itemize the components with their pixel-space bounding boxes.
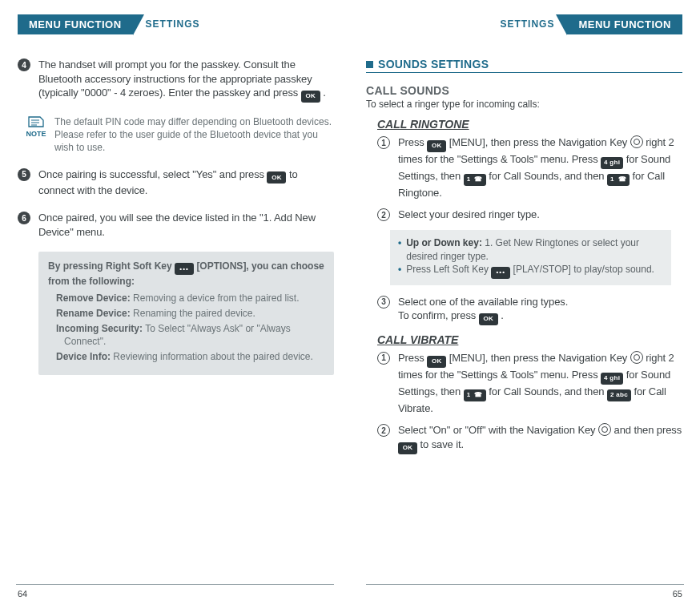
open-number-1: 1 [377,352,390,365]
tab-settings: SETTINGS [138,14,208,34]
note-text: The default PIN code may differ dependin… [54,115,334,155]
left-footer: 64 [0,589,350,599]
option-desc: Reviewing information about the paired d… [111,351,313,362]
text: To confirm, press [398,309,479,321]
dots-key-icon [175,263,194,275]
step-6: 6 Once paired, you will see the device l… [18,211,334,239]
call-sounds-caption: To select a ringer type for incoming cal… [366,99,682,110]
key-help-box: • Up or Down key: 1. Get New Ringtones o… [390,230,671,285]
page-number-right: 65 [673,589,682,599]
step-4-text: The handset will prompt you for the pass… [38,58,312,99]
step-5-text-a: Once pairing is successful, select "Yes"… [38,168,267,180]
step-number-5: 5 [18,168,30,181]
ok-key-icon [398,442,417,454]
open-number-2: 2 [377,424,390,437]
step-5: 5 Once pairing is successful, select "Ye… [18,167,334,198]
text: and then press [614,424,682,436]
open-number-2: 2 [377,208,390,221]
option-term: Remove Device: [56,292,131,304]
step-6-text: Once paired, you will see the device lis… [38,211,334,239]
heading-call-vibrate: CALL VIBRATE [377,333,682,346]
key-text: [PLAY/STOP] to play/stop sound. [513,264,654,275]
vibrate-step-2: 2 Select "On" or "Off" with the Navigati… [377,423,682,454]
option-rename: Rename Device: Renaming the paired devic… [56,307,324,321]
text: for Call Sounds, and then [489,385,607,397]
option-security: Incoming Security: To Select "Always Ask… [56,322,324,349]
heading-call-ringtone: CALL RINGTONE [377,118,682,131]
step-number-6: 6 [18,212,30,224]
ok-key-icon [427,356,446,368]
two-key-icon [607,389,631,401]
right-header: SETTINGS MENU FUNCTION [366,14,682,35]
option-term: Device Info: [56,351,111,362]
text: [MENU], then press the Navigation Key [449,136,630,148]
four-key-icon [601,157,623,169]
bullet-icon: • [398,263,401,278]
one-key-icon [607,174,630,186]
text: [MENU], then press the Navigation Key [449,352,630,364]
vibrate-step-1: 1 Press [MENU], then press the Navigatio… [377,351,682,415]
right-footer: 65 [350,589,700,599]
four-key-icon [601,373,623,385]
nav-key-icon [630,135,643,148]
text: to save it. [420,438,465,450]
one-key-icon [464,174,486,186]
bullet-icon: • [398,236,401,264]
option-remove: Remove Device: Removing a device from th… [56,292,324,305]
one-key-icon [464,389,486,401]
options-box: By pressing Right Soft Key [OPTIONS], yo… [38,252,334,375]
nav-key-icon [630,351,643,364]
options-lead-a: By pressing Right Soft Key [48,260,175,272]
option-info: Device Info: Reviewing information about… [56,350,324,364]
text: Select one of the available ring types. [398,296,568,308]
ok-key-icon [479,313,498,325]
key-text: Press Left Soft Key [406,264,491,275]
step-4-tail: . [323,87,326,99]
square-bullet-icon [366,61,373,68]
option-desc: Removing a device from the paired list. [131,292,300,304]
text: for Call Sounds, and then [489,170,607,182]
key-label: Up or Down key: [406,237,482,248]
dots-key-icon [491,267,510,279]
ok-key-icon [301,91,320,103]
left-header: MENU FUNCTION SETTINGS [18,14,334,35]
option-desc: Renaming the paired device. [131,308,255,319]
ringtone-step-3: 3 Select one of the available ring types… [377,295,682,325]
section-title-text: SOUNDS SETTINGS [378,58,489,71]
page-number-left: 64 [18,589,27,599]
step-number-4: 4 [18,58,30,71]
text: . [501,309,504,321]
tab-menu-function: MENU FUNCTION [567,14,682,34]
ringtone-step-1: 1 Press [MENU], then press the Navigatio… [377,135,682,200]
left-page: MENU FUNCTION SETTINGS 4 The handset wil… [0,0,350,605]
text: Press [398,352,427,364]
page-spread: MENU FUNCTION SETTINGS 4 The handset wil… [0,0,700,605]
option-term: Rename Device: [56,308,131,319]
section-sounds-settings: SOUNDS SETTINGS [366,58,682,73]
text: Press [398,136,427,148]
ok-key-icon [267,171,286,184]
option-term: Incoming Security: [56,323,143,334]
text: Select "On" or "Off" with the Navigation… [398,424,598,436]
right-page: SETTINGS MENU FUNCTION SOUNDS SETTINGS C… [350,0,700,605]
ok-key-icon [427,140,446,152]
note-label: NOTE [26,130,46,138]
ringtone-step-2: 2 Select your desired ringer type. [377,208,682,222]
tab-menu-function: MENU FUNCTION [18,14,133,34]
note-block: NOTE The default PIN code may differ dep… [26,115,334,155]
nav-key-icon [598,423,611,436]
open-number-1: 1 [377,136,390,149]
open-number-3: 3 [377,296,390,309]
tab-settings: SETTINGS [492,14,562,34]
note-icon: NOTE [26,115,46,155]
step-4: 4 The handset will prompt you for the pa… [18,58,334,103]
text: Select your desired ringer type. [398,208,682,222]
heading-call-sounds: CALL SOUNDS [366,84,682,97]
